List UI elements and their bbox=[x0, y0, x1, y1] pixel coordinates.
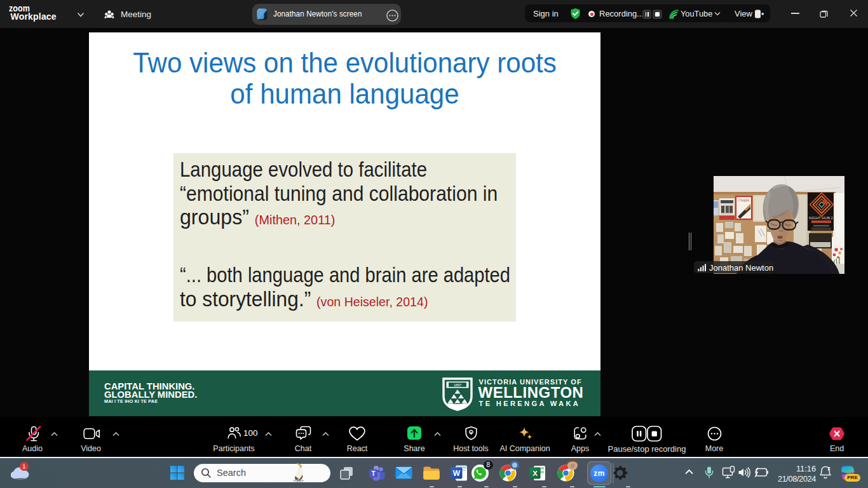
svg-text:W: W bbox=[453, 469, 461, 478]
svg-text:T: T bbox=[371, 470, 375, 477]
svg-text:1897: 1897 bbox=[454, 383, 461, 387]
svg-text:z: z bbox=[828, 465, 831, 471]
svg-text:Chopin: Chopin bbox=[738, 198, 750, 202]
svg-text:X: X bbox=[532, 470, 538, 477]
svg-text:NIGHT HUB 2: NIGHT HUB 2 bbox=[809, 216, 834, 220]
